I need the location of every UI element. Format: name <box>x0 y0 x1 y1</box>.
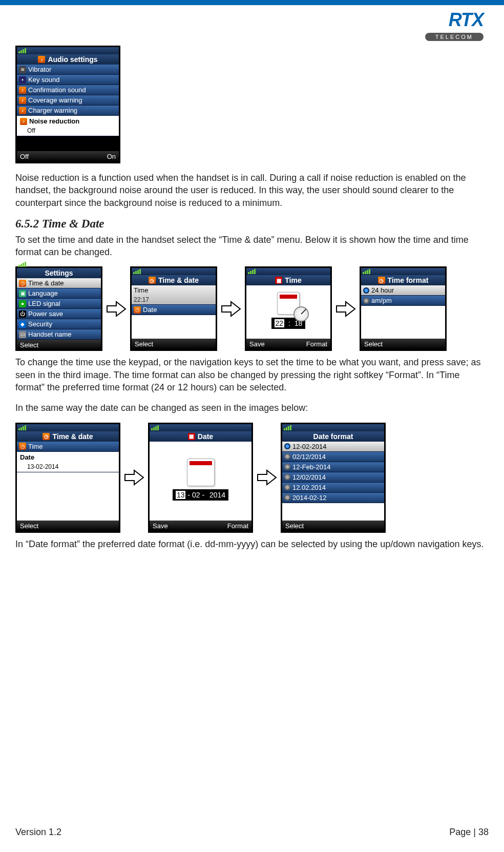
screen-title: ♪Audio settings <box>17 54 119 65</box>
radio-icon <box>284 474 290 480</box>
softkey-select[interactable]: Select <box>285 522 304 530</box>
radio-icon <box>284 484 290 490</box>
menu-item-power-save[interactable]: ⏻Power save <box>17 309 101 319</box>
date-day[interactable]: 13 <box>176 491 186 499</box>
clock-icon: ◷ <box>378 277 385 284</box>
date-format-option[interactable]: 02/12/2014 <box>282 452 384 462</box>
date-format-option[interactable]: 12-Feb-2014 <box>282 462 384 472</box>
date-screenshots-row: ◷Time & date ◷Time Date 13-02-2014 Selec… <box>15 423 489 533</box>
option-24-hour[interactable]: 24 hour <box>361 285 445 296</box>
radio-icon <box>363 298 369 304</box>
softkey-save[interactable]: Save <box>249 340 265 348</box>
menu-item-handset-name[interactable]: ▭Handset name <box>17 329 101 340</box>
menu-item-date[interactable]: ◷Date <box>132 305 216 315</box>
clock-graphic <box>293 306 309 322</box>
clock-icon: ◷ <box>149 277 156 284</box>
clock-icon: ◷ <box>19 443 26 450</box>
calendar-graphic <box>187 459 215 486</box>
menu-item-confirmation-sound[interactable]: ♪Confirmation sound <box>17 85 119 95</box>
paragraph-time-intro: To set the time and date in the handset … <box>15 234 489 259</box>
speaker-icon: ♪ <box>20 118 27 125</box>
speaker-icon: ♪ <box>19 97 26 104</box>
clock-icon: ◷ <box>43 433 50 440</box>
date-year[interactable]: 2014 <box>206 491 225 499</box>
speaker-icon: ♪ <box>38 56 45 63</box>
date-month[interactable]: 02 <box>192 491 200 499</box>
paragraph-date-intro: In the same way the date can be changed … <box>15 402 489 414</box>
noise-reduction-value: Off <box>20 127 35 134</box>
calendar-icon: ▦ <box>275 277 282 284</box>
header-accent-bar <box>0 0 504 5</box>
shield-icon: ◆ <box>19 321 26 328</box>
softkey-format[interactable]: Format <box>227 522 248 530</box>
speaker-icon: ♪ <box>19 107 26 114</box>
radio-selected-icon <box>363 287 369 294</box>
radio-icon <box>284 494 290 501</box>
led-icon: ● <box>19 300 26 307</box>
menu-item-date[interactable]: Date 13-02-2014 <box>17 452 119 472</box>
menu-item-coverage-warning[interactable]: ♪Coverage warning <box>17 95 119 106</box>
menu-item-time-date[interactable]: ◷Time & date <box>17 278 101 288</box>
softkey-on[interactable]: On <box>107 153 116 160</box>
menu-item-key-sound[interactable]: ▪Key sound <box>17 75 119 85</box>
power-icon: ⏻ <box>19 310 26 318</box>
softkey-format[interactable]: Format <box>306 340 327 348</box>
menu-item-vibrator[interactable]: ≋Vibrator <box>17 65 119 75</box>
time-hours[interactable]: 22 <box>275 319 285 327</box>
softkey-select[interactable]: Select <box>20 522 38 530</box>
screenshot-date-edit: ▦Date 13 - 02 - 2014 SaveFormat <box>148 423 253 533</box>
logo: RTX TELECOM <box>425 9 484 41</box>
screenshot-time-date-menu-2: ◷Time & date ◷Time Date 13-02-2014 Selec… <box>15 423 120 533</box>
screenshot-time-date-menu: ◷Time & date Time 22:17 ◷Date Select <box>130 266 217 351</box>
menu-item-security[interactable]: ◆Security <box>17 319 101 329</box>
softkey-select[interactable]: Select <box>135 340 153 348</box>
date-input[interactable]: 13 - 02 - 2014 <box>173 489 228 501</box>
page-number: Page | 38 <box>449 827 489 838</box>
arrow-icon <box>219 300 243 318</box>
softkey-bar: Off On <box>17 151 119 162</box>
date-format-option[interactable]: 12.02.2014 <box>282 483 384 493</box>
date-format-option[interactable]: 2014-02-12 <box>282 493 384 503</box>
version-label: Version 1.2 <box>15 827 61 838</box>
menu-item-noise-reduction[interactable]: ♪Noise reduction Off <box>17 116 119 136</box>
option-am-pm[interactable]: am/pm <box>361 296 445 306</box>
softkey-off[interactable]: Off <box>20 153 29 160</box>
screenshot-time-edit: ▦Time 22 : 18 SaveFormat <box>245 266 332 351</box>
softkey-save[interactable]: Save <box>153 522 168 530</box>
flag-icon: ▣ <box>19 290 26 297</box>
screen-title: Settings <box>17 268 101 278</box>
menu-item-charger-warning[interactable]: ♪Charger warning <box>17 106 119 116</box>
paragraph-time-change: To change the time use the keypad, or th… <box>15 356 489 393</box>
paragraph-date-format: In “Date format” the preferred date form… <box>15 538 489 550</box>
clock-icon: ◷ <box>19 280 26 287</box>
screenshot-audio-settings: ♪Audio settings ≋Vibrator ▪Key sound ♪Co… <box>15 46 120 163</box>
tag-icon: ▭ <box>19 331 26 338</box>
arrow-icon <box>334 300 358 318</box>
status-bar <box>17 47 119 54</box>
vibrator-icon: ≋ <box>19 66 26 73</box>
date-format-option[interactable]: 12-02-2014 <box>282 442 384 452</box>
radio-icon <box>284 453 290 460</box>
arrow-icon <box>122 468 146 487</box>
time-screenshots-row: Settings ◷Time & date ▣Language ●LED sig… <box>15 266 489 351</box>
menu-item-time[interactable]: ◷Time <box>17 442 119 452</box>
section-heading-time-date: 6.5.2 Time & Date <box>15 217 489 231</box>
softkey-select[interactable]: Select <box>364 340 383 348</box>
title-text: Audio settings <box>48 55 97 64</box>
logo-subtext: TELECOM <box>425 33 484 41</box>
key-icon: ▪ <box>19 76 26 84</box>
screenshot-time-format: ◷Time format 24 hour am/pm Select <box>360 266 447 351</box>
clock-icon: ◷ <box>134 306 141 314</box>
softkey-select[interactable]: Select <box>20 341 38 349</box>
arrow-icon <box>255 468 279 487</box>
page-footer: Version 1.2 Page | 38 <box>15 827 489 838</box>
menu-item-language[interactable]: ▣Language <box>17 288 101 299</box>
screenshot-date-format: Date format 12-02-2014 02/12/2014 12-Feb… <box>281 423 386 533</box>
menu-item-led-signal[interactable]: ●LED signal <box>17 299 101 309</box>
menu-item-time[interactable]: Time 22:17 <box>132 285 216 305</box>
speaker-icon: ♪ <box>19 87 26 94</box>
screenshot-settings: Settings ◷Time & date ▣Language ●LED sig… <box>15 266 102 351</box>
date-format-option[interactable]: 12/02/2014 <box>282 472 384 483</box>
logo-text: RTX <box>425 9 484 31</box>
arrow-icon <box>104 300 128 318</box>
